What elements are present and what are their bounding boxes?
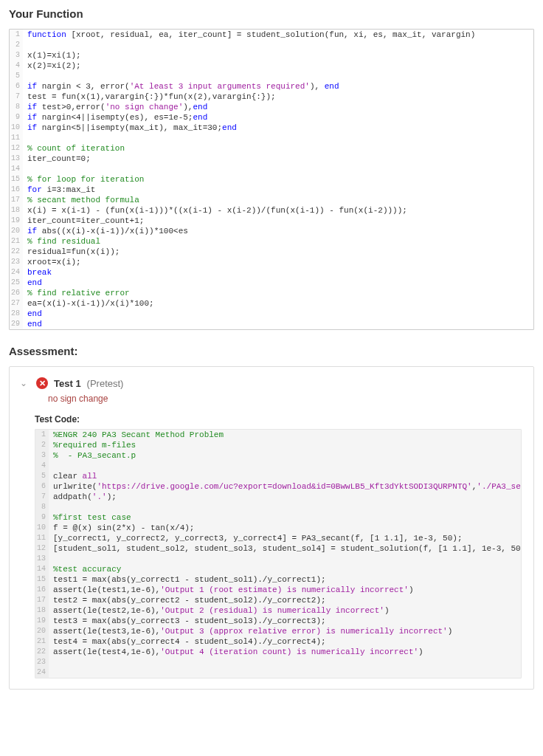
code-line: 2%required m-files [35,440,521,450]
code-line: 23 [35,657,521,667]
code-content: test4 = max(abs(y_correct4 - student_sol… [49,636,521,647]
code-content: function [xroot, residual, ea, iter_coun… [23,30,533,40]
line-number: 1 [35,430,49,440]
code-content: iter_count=iter_count+1; [23,216,533,226]
code-line: 13 [35,554,521,564]
code-content [49,502,521,512]
line-number: 10 [10,123,23,133]
line-number: 20 [10,226,23,236]
code-content: if nargin<5||isempty(max_it), max_it=30;… [23,123,533,133]
line-number: 17 [10,195,23,205]
code-line: 17test2 = max(abs(y_correct2 - student_s… [35,595,521,605]
code-content: iter_count=0; [23,154,533,164]
code-line: 16for i=3:max_it [10,185,533,195]
line-number: 20 [35,626,49,636]
code-line: 2 [10,40,533,50]
code-line: 9%first test case [35,512,521,523]
line-number: 11 [10,133,23,143]
line-number: 5 [10,71,23,81]
line-number: 27 [10,298,23,309]
code-line: 21% find residual [10,236,533,247]
code-content [23,164,533,174]
line-number: 9 [10,112,23,123]
code-line: 1function [xroot, residual, ea, iter_cou… [10,30,533,40]
code-line: 7test = fun(x(1),varargin{:})*fun(x(2),v… [10,92,533,102]
code-content [49,657,521,667]
code-content: xroot=x(i); [23,257,533,267]
line-number: 19 [10,216,23,226]
line-number: 10 [35,523,49,533]
code-line: 13iter_count=0; [10,154,533,164]
code-line: 3x(1)=xi(1); [10,50,533,61]
code-line: 4x(2)=xi(2); [10,61,533,71]
line-number: 14 [10,164,23,174]
code-line: 11[y_correct1, y_correct2, y_correct3, y… [35,533,521,543]
line-number: 23 [10,257,23,267]
code-line: 10f = @(x) sin(2*x) - tan(x/4); [35,523,521,533]
test-header[interactable]: ⌄ ✕ Test 1 (Pretest) [20,377,522,389]
line-number: 6 [10,81,23,92]
code-content: %first test case [49,512,521,523]
fail-message: no sign change [48,394,522,404]
code-content: % - PA3_secant.p [49,450,521,461]
code-line: 5clear all [35,471,521,481]
test-kind: (Pretest) [87,378,124,389]
line-number: 22 [35,647,49,657]
fail-icon: ✕ [36,377,48,389]
line-number: 1 [10,30,23,40]
code-content: [student_sol1, student_sol2, student_sol… [49,543,522,554]
code-line: 3% - PA3_secant.p [35,450,521,461]
line-number: 7 [10,92,23,102]
code-content: if nargin<4||isempty(es), es=1e-5;end [23,112,533,123]
code-content: test1 = max(abs(y_correct1 - student_sol… [49,574,521,585]
code-content: end [23,319,533,329]
line-number: 24 [10,267,23,278]
code-line: 25end [10,278,533,288]
assessment-panel: ⌄ ✕ Test 1 (Pretest) no sign change Test… [9,366,534,690]
code-line: 15% for loop for iteration [10,174,533,185]
test-title: Test 1 [54,378,81,389]
line-number: 12 [35,543,49,554]
function-code-block: 1function [xroot, residual, ea, iter_cou… [9,29,534,330]
code-line: 14 [10,164,533,174]
line-number: 25 [10,278,23,288]
code-line: 14%test accuracy [35,564,521,574]
line-number: 22 [10,247,23,257]
code-content [23,133,533,143]
code-content: test = fun(x(1),varargin{:})*fun(x(2),va… [23,92,533,102]
line-number: 23 [35,657,49,667]
line-number: 21 [10,236,23,247]
code-line: 19iter_count=iter_count+1; [10,216,533,226]
code-line: 6if nargin < 3, error('At least 3 input … [10,81,533,92]
code-content: % find relative error [23,288,533,298]
line-number: 19 [35,616,49,626]
line-number: 3 [10,50,23,61]
code-content: [y_correct1, y_correct2, y_correct3, y_c… [49,533,521,543]
line-number: 16 [35,585,49,595]
code-content [49,461,521,471]
code-content [49,667,521,678]
code-content [49,554,521,564]
code-line: 27ea=(x(i)-x(i-1))/x(i)*100; [10,298,533,309]
line-number: 4 [35,461,49,471]
code-content: % count of iteration [23,143,533,154]
line-number: 15 [35,574,49,585]
line-number: 6 [35,481,49,492]
code-content: x(2)=xi(2); [23,61,533,71]
code-line: 17% secant method formula [10,195,533,205]
line-number: 11 [35,533,49,543]
code-content: for i=3:max_it [23,185,533,195]
code-line: 7addpath('.'); [35,492,521,502]
line-number: 21 [35,636,49,647]
code-line: 21test4 = max(abs(y_correct4 - student_s… [35,636,521,647]
code-content: %ENGR 240 PA3 Secant Method Problem [49,430,521,440]
line-number: 18 [35,605,49,616]
line-number: 13 [10,154,23,164]
line-number: 8 [10,102,23,112]
function-section-title: Your Function [9,7,534,20]
line-number: 16 [10,185,23,195]
code-content: % for loop for iteration [23,174,533,185]
code-line: 19test3 = max(abs(y_correct3 - student_s… [35,616,521,626]
line-number: 29 [10,319,23,329]
test-code-block: 1%ENGR 240 PA3 Secant Method Problem2%re… [35,429,522,678]
